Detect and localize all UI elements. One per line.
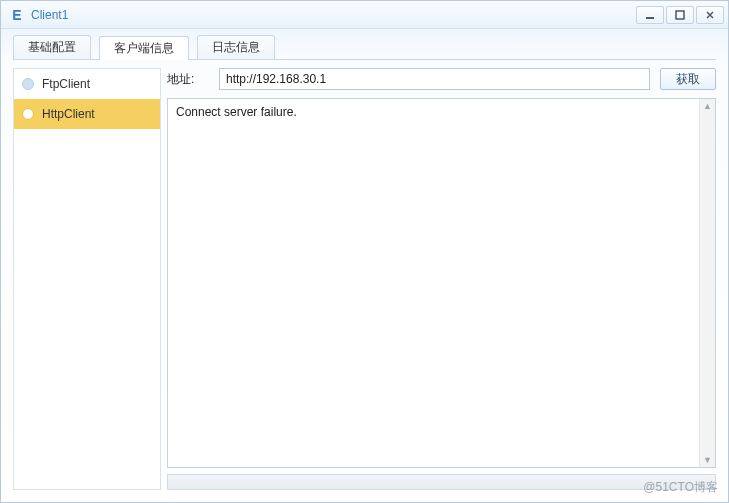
sidebar-item-label: FtpClient: [42, 77, 90, 91]
app-window: E Client1 基础配置 客户端信息 日志信息 FtpClient Http…: [0, 0, 729, 503]
maximize-icon: [675, 10, 685, 20]
maximize-button[interactable]: [666, 6, 694, 24]
svg-rect-0: [646, 17, 654, 19]
tab-label: 基础配置: [28, 40, 76, 54]
window-title: Client1: [31, 8, 68, 22]
status-dot-icon: [22, 108, 34, 120]
app-icon: E: [9, 7, 25, 23]
minimize-button[interactable]: [636, 6, 664, 24]
close-button[interactable]: [696, 6, 724, 24]
content-area: FtpClient HttpClient 地址: 获取 Connect serv…: [1, 60, 728, 502]
vertical-scrollbar[interactable]: ▲ ▼: [699, 99, 715, 467]
scroll-up-icon[interactable]: ▲: [703, 99, 712, 113]
output-text: Connect server failure.: [176, 105, 297, 119]
sidebar-item-httpclient[interactable]: HttpClient: [14, 99, 160, 129]
sidebar-item-label: HttpClient: [42, 107, 95, 121]
tab-label: 日志信息: [212, 40, 260, 54]
tab-label: 客户端信息: [114, 41, 174, 55]
close-icon: [705, 10, 715, 20]
sidebar-item-ftpclient[interactable]: FtpClient: [14, 69, 160, 99]
fetch-button-label: 获取: [676, 71, 700, 88]
output-wrap: Connect server failure. ▲ ▼: [167, 98, 716, 490]
scroll-down-icon[interactable]: ▼: [703, 453, 712, 467]
output-textarea[interactable]: Connect server failure. ▲ ▼: [167, 98, 716, 468]
address-row: 地址: 获取: [167, 68, 716, 90]
tab-client-info[interactable]: 客户端信息: [99, 36, 189, 60]
address-input[interactable]: [219, 68, 650, 90]
svg-rect-1: [676, 11, 684, 19]
minimize-icon: [645, 10, 655, 20]
fetch-button[interactable]: 获取: [660, 68, 716, 90]
address-label: 地址:: [167, 71, 209, 88]
tab-bar: 基础配置 客户端信息 日志信息: [1, 29, 728, 59]
client-sidebar: FtpClient HttpClient: [13, 68, 161, 490]
status-bar: [167, 474, 716, 490]
tab-log-info[interactable]: 日志信息: [197, 35, 275, 59]
status-dot-icon: [22, 78, 34, 90]
titlebar[interactable]: E Client1: [1, 1, 728, 29]
main-panel: 地址: 获取 Connect server failure. ▲ ▼: [167, 68, 716, 490]
tab-basic-config[interactable]: 基础配置: [13, 35, 91, 59]
